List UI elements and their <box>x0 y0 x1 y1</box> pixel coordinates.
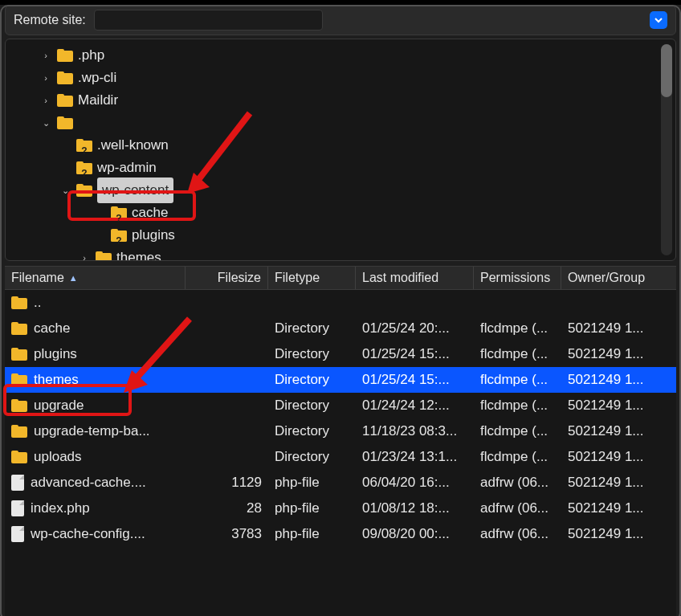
chevron-down-icon <box>654 16 663 24</box>
tree-item[interactable]: ⌄ <box>14 112 675 134</box>
folder-icon <box>76 184 92 197</box>
col-owner[interactable]: Owner/Group <box>561 267 676 289</box>
tree-scroll-thumb[interactable] <box>661 44 672 97</box>
cell-mod: 06/04/20 16:... <box>356 475 474 491</box>
cell-owner: 5021249 1... <box>561 449 676 465</box>
remote-site-bar: Remote site: <box>5 5 676 35</box>
file-row[interactable]: uploadsDirectory01/23/24 13:1...flcdmpe … <box>5 444 676 470</box>
col-modified[interactable]: Last modified <box>356 267 474 289</box>
folder-icon <box>11 451 27 463</box>
file-list-header: Filename▲ Filesize Filetype Last modifie… <box>5 266 676 290</box>
cell-perm: adfrw (06... <box>474 526 561 542</box>
cell-mod: 01/25/24 15:... <box>356 372 474 388</box>
file-row[interactable]: upgradeDirectory01/24/24 12:...flcdmpe (… <box>5 393 676 418</box>
col-filename[interactable]: Filename▲ <box>5 267 186 289</box>
tree-item-label: wp-admin <box>97 157 157 179</box>
file-name: wp-cache-config.... <box>31 526 145 542</box>
cell-owner: 5021249 1... <box>561 475 676 491</box>
chevron-right-icon[interactable]: › <box>39 67 52 89</box>
folder-icon <box>57 116 73 129</box>
cell-perm: adfrw (06... <box>474 500 561 516</box>
folder-icon <box>96 251 112 261</box>
cell-size: 3783 <box>186 526 268 542</box>
col-filetype[interactable]: Filetype <box>268 267 356 289</box>
cell-mod: 09/08/20 00:... <box>356 526 474 542</box>
col-filetype-label: Filetype <box>275 271 320 285</box>
folder-icon <box>11 399 27 412</box>
file-icon <box>11 475 24 491</box>
file-row[interactable]: cacheDirectory01/25/24 20:...flcdmpe (..… <box>5 316 676 341</box>
cell-type: Directory <box>268 372 356 388</box>
file-name: cache <box>34 320 70 337</box>
cell-type: php-file <box>268 500 356 516</box>
file-row[interactable]: advanced-cache....1129php-file06/04/20 1… <box>5 470 676 496</box>
tree-item[interactable]: •?wp-admin <box>14 157 675 179</box>
tree-item[interactable]: •?cache <box>14 202 675 224</box>
cell-owner: 5021249 1... <box>561 398 676 414</box>
tree-item[interactable]: ›.wp-cli <box>14 67 675 89</box>
cell-mod: 01/08/12 18:... <box>356 500 474 516</box>
col-filesize[interactable]: Filesize <box>186 267 268 289</box>
file-list[interactable]: ..cacheDirectory01/25/24 20:...flcdmpe (… <box>5 290 676 616</box>
cell-owner: 5021249 1... <box>561 423 676 439</box>
folder-icon <box>11 322 27 335</box>
folder-unknown-icon: ? <box>111 206 127 219</box>
file-row[interactable]: pluginsDirectory01/25/24 15:...flcdmpe (… <box>5 341 676 367</box>
tree-item[interactable]: ›.php <box>14 44 675 67</box>
tree-item[interactable]: •?.well-known <box>14 134 675 157</box>
folder-unknown-icon: ? <box>111 229 127 242</box>
cell-owner: 5021249 1... <box>561 526 676 542</box>
cell-perm: flcdmpe (... <box>474 423 561 439</box>
tree-item[interactable]: ›Maildir <box>14 89 675 112</box>
chevron-right-icon[interactable]: › <box>39 89 52 112</box>
col-permissions[interactable]: Permissions <box>474 267 561 289</box>
cell-perm: flcdmpe (... <box>474 320 561 337</box>
file-row[interactable]: .. <box>5 290 676 316</box>
col-filesize-label: Filesize <box>218 271 261 285</box>
folder-icon <box>11 425 27 438</box>
cell-mod: 01/23/24 13:1... <box>356 449 474 465</box>
chevron-down-icon[interactable]: ⌄ <box>59 179 71 202</box>
file-name: index.php <box>31 500 90 516</box>
sort-asc-icon: ▲ <box>69 273 78 283</box>
chevron-right-icon[interactable]: › <box>39 44 52 67</box>
chevron-right-icon[interactable]: › <box>78 247 91 261</box>
remote-site-label: Remote site: <box>14 13 86 27</box>
folder-icon <box>11 296 27 309</box>
col-owner-label: Owner/Group <box>568 271 645 285</box>
cell-mod: 01/25/24 15:... <box>356 346 474 362</box>
file-row[interactable]: index.php28php-file01/08/12 18:...adfrw … <box>5 496 676 521</box>
remote-tree[interactable]: ›.php›.wp-cli›Maildir⌄ •?.well-known•?wp… <box>6 39 675 261</box>
cell-type: php-file <box>268 475 356 491</box>
cell-owner: 5021249 1... <box>561 500 676 516</box>
remote-site-input[interactable] <box>94 10 323 31</box>
tree-item-label: wp-content <box>97 177 173 203</box>
file-row[interactable]: upgrade-temp-ba...Directory11/18/23 08:3… <box>5 418 676 444</box>
chevron-down-icon[interactable]: ⌄ <box>39 112 52 134</box>
file-icon <box>11 526 24 542</box>
cell-perm: adfrw (06... <box>474 475 561 491</box>
folder-icon <box>57 71 73 84</box>
tree-item-label: .php <box>78 44 104 67</box>
cell-type: Directory <box>268 346 356 362</box>
tree-scrollbar[interactable] <box>661 44 672 255</box>
file-name: upgrade <box>34 398 84 414</box>
cell-mod: 01/24/24 12:... <box>356 398 474 414</box>
folder-icon <box>11 348 27 361</box>
file-row[interactable]: wp-cache-config....3783php-file09/08/20 … <box>5 521 676 547</box>
cell-type: Directory <box>268 320 356 337</box>
remote-site-dropdown[interactable] <box>650 11 667 29</box>
file-name: uploads <box>34 449 82 465</box>
file-row[interactable]: themesDirectory01/25/24 15:...flcdmpe (.… <box>5 367 676 393</box>
col-modified-label: Last modified <box>362 271 438 285</box>
file-name: plugins <box>34 346 77 362</box>
cell-mod: 11/18/23 08:3... <box>356 423 474 439</box>
tree-item[interactable]: ⌄wp-content <box>14 179 675 202</box>
cell-type: Directory <box>268 423 356 439</box>
folder-unknown-icon: ? <box>76 161 92 174</box>
cell-perm: flcdmpe (... <box>474 398 561 414</box>
cell-owner: 5021249 1... <box>561 320 676 337</box>
tree-item-label: Maildir <box>78 89 118 112</box>
col-permissions-label: Permissions <box>480 271 550 285</box>
cell-type: Directory <box>268 449 356 465</box>
